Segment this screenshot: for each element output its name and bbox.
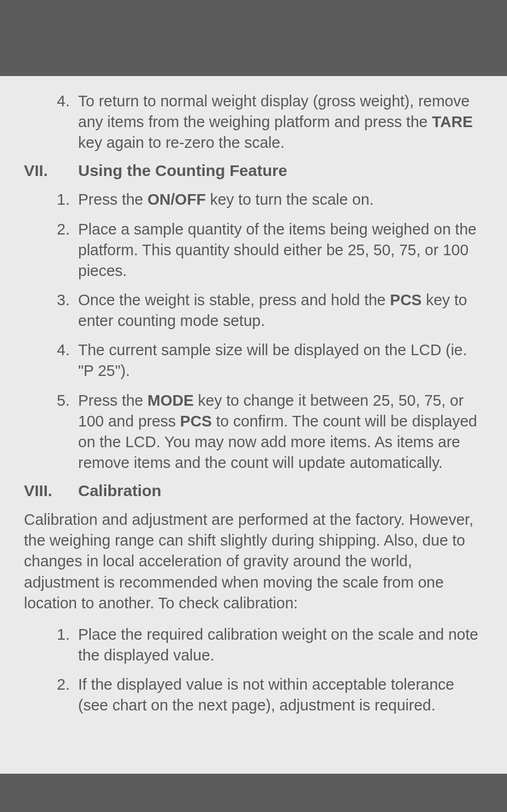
list-item: 4. The current sample size will be displ…: [24, 340, 483, 381]
text-segment: Press the: [78, 191, 148, 208]
key-label: PCS: [390, 291, 422, 308]
list-number: 1.: [57, 624, 78, 666]
text-segment: Press the: [78, 392, 148, 409]
list-item: 1. Place the required calibration weight…: [24, 624, 483, 666]
key-label: ON/OFF: [148, 191, 206, 208]
list-text: Press the ON/OFF key to turn the scale o…: [78, 189, 483, 210]
list-number: 2.: [57, 219, 78, 281]
list-number: 4.: [57, 340, 78, 381]
roman-numeral: VIII.: [24, 482, 78, 500]
list-number: 3.: [57, 290, 78, 331]
list-text: If the displayed value is not within acc…: [78, 674, 483, 716]
list-item: 1. Press the ON/OFF key to turn the scal…: [24, 189, 483, 210]
heading-title: Calibration: [78, 482, 162, 500]
text-segment: Once the weight is stable, press and hol…: [78, 291, 390, 308]
list-text: Press the MODE key to change it between …: [78, 390, 483, 474]
header-bar: [0, 0, 507, 76]
key-label: MODE: [148, 392, 194, 409]
paragraph-text: Calibration and adjustment are performed…: [24, 509, 483, 614]
list-number: 4.: [57, 91, 78, 153]
list-item: 3. Once the weight is stable, press and …: [24, 290, 483, 331]
text-segment: To return to normal weight display (gros…: [78, 93, 470, 130]
list-text: To return to normal weight display (gros…: [78, 91, 483, 153]
list-number: 2.: [57, 674, 78, 716]
list-text: Once the weight is stable, press and hol…: [78, 290, 483, 331]
section-heading: VIII. Calibration: [24, 482, 483, 500]
list-item: 4. To return to normal weight display (g…: [24, 91, 483, 153]
list-item: 5. Press the MODE key to change it betwe…: [24, 390, 483, 474]
text-segment: key again to re-zero the scale.: [78, 134, 284, 151]
key-label: PCS: [180, 413, 212, 430]
key-label: TARE: [432, 113, 473, 130]
list-text: The current sample size will be displaye…: [78, 340, 483, 381]
list-text: Place a sample quantity of the items bei…: [78, 219, 483, 281]
roman-numeral: VII.: [24, 162, 78, 180]
list-number: 5.: [57, 390, 78, 474]
list-item: 2. Place a sample quantity of the items …: [24, 219, 483, 281]
list-text: Place the required calibration weight on…: [78, 624, 483, 666]
list-item: 2. If the displayed value is not within …: [24, 674, 483, 716]
text-segment: key to turn the scale on.: [206, 191, 374, 208]
document-content: 4. To return to normal weight display (g…: [0, 76, 507, 716]
footer-bar: [0, 774, 507, 812]
section-heading: VII. Using the Counting Feature: [24, 162, 483, 180]
heading-title: Using the Counting Feature: [78, 162, 287, 180]
list-number: 1.: [57, 189, 78, 210]
